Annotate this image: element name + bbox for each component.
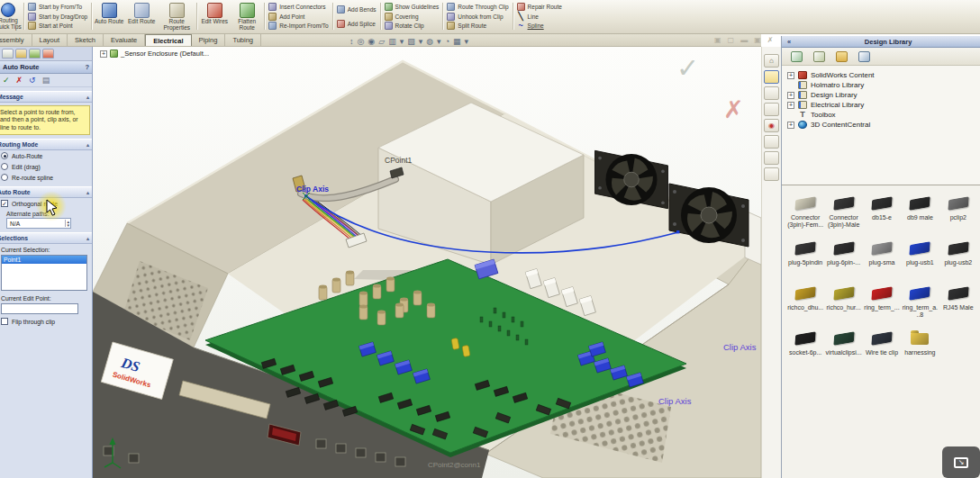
zoom-inout-icon[interactable]: ◉	[368, 37, 375, 47]
design-library-tab-icon[interactable]	[764, 70, 779, 84]
hide-show-items-icon[interactable]: ◍	[426, 37, 433, 47]
start-at-point-button[interactable]: Start at Point	[28, 21, 87, 31]
tree-item-design-library[interactable]: + Design Library	[787, 90, 980, 100]
routing-quick-tips-button[interactable]: Routing Quick Tips	[0, 1, 23, 32]
zoom-fit-icon[interactable]: ↕	[349, 37, 354, 47]
viewport-cancel-icon[interactable]: ✗	[723, 95, 744, 124]
unhook-from-clip-button[interactable]: Unhook from Clip	[447, 12, 508, 22]
route-properties-button[interactable]: Route Properties	[158, 1, 195, 32]
tree-expander-icon[interactable]: +	[787, 92, 794, 99]
window-close-icon[interactable]: ✗	[767, 36, 774, 44]
library-item[interactable]: db15-e	[864, 193, 900, 238]
refresh-icon[interactable]	[858, 51, 870, 62]
start-by-fromto-button[interactable]: Start by From/To	[28, 2, 87, 12]
cancel-button[interactable]: ✗	[16, 76, 23, 85]
routing-mode-section-header[interactable]: Routing Mode ▴	[0, 139, 93, 150]
tree-item-holmatro-library[interactable]: Holmatro Library	[787, 80, 980, 90]
library-item[interactable]: ring_term_a...8	[902, 283, 938, 328]
library-item[interactable]: Wire tie clip	[864, 328, 900, 373]
tab-assembly[interactable]: Assembly	[0, 34, 32, 46]
radio-edit-drag[interactable]: Edit (drag)	[0, 161, 93, 172]
view-palette-tab-icon[interactable]	[764, 103, 779, 116]
library-item[interactable]: socket-6p...	[787, 328, 823, 373]
selections-section-header[interactable]: Selections ▴	[0, 232, 93, 244]
spin-down-icon[interactable]: ▾	[67, 223, 69, 227]
tree-expander-icon[interactable]: +	[787, 122, 794, 129]
alternate-paths-spinner[interactable]: N/A ▴▾	[6, 218, 71, 229]
reimport-fromto-button[interactable]: Re-Import From/To	[268, 21, 329, 31]
tab-layout[interactable]: Layout	[32, 34, 68, 46]
show-guidelines-button[interactable]: Show Guidelines	[385, 2, 440, 12]
featuremanager-tab-icon[interactable]	[2, 49, 14, 59]
ok-button[interactable]: ✓	[3, 76, 10, 85]
help-icon[interactable]: ?	[85, 63, 89, 71]
spline-button[interactable]: ~Spline	[517, 21, 562, 31]
edit-wires-button[interactable]: Edit Wires	[198, 1, 231, 32]
graphics-viewport[interactable]: DS SolidWorks	[93, 47, 761, 478]
library-item[interactable]: virtualclipsi...	[825, 328, 861, 373]
tree-expander-icon[interactable]: +	[100, 50, 107, 58]
current-edit-point-input[interactable]	[1, 303, 78, 314]
add-file-location-icon[interactable]	[813, 51, 825, 62]
add-to-library-icon[interactable]	[791, 51, 803, 62]
undo-button[interactable]: ↺	[29, 76, 36, 85]
add-point-button[interactable]: Add Point	[268, 12, 329, 22]
feature-tree-flyout[interactable]: + _Sensor Enclosure (Default...	[100, 50, 209, 58]
selection-item[interactable]: Point1	[2, 256, 86, 264]
rotate-clip-button[interactable]: Rotate Clip	[385, 21, 440, 31]
library-item[interactable]: plug-6pin-...	[825, 238, 861, 283]
message-section-header[interactable]: Message ▴	[0, 91, 93, 103]
tree-item-solidworks-content[interactable]: + SolidWorks Content	[787, 70, 980, 80]
tree-expander-icon[interactable]: +	[787, 72, 794, 79]
add-splice-button[interactable]: Add Splice	[337, 19, 377, 29]
library-item[interactable]: pclip2	[940, 193, 976, 238]
create-folder-icon[interactable]	[836, 51, 848, 62]
library-item[interactable]: plug-sma	[864, 238, 900, 283]
library-item[interactable]: plug-usb2	[940, 238, 976, 283]
tab-piping[interactable]: Piping	[192, 34, 226, 46]
tab-evaluate[interactable]: Evaluate	[104, 34, 145, 46]
viewport-confirm-icon[interactable]: ✓	[676, 52, 699, 84]
window-cascade-icon[interactable]: ▣	[754, 36, 761, 44]
library-item[interactable]: plug-5pindin	[787, 238, 823, 283]
assembly-name[interactable]: _Sensor Enclosure (Default...	[121, 50, 209, 58]
custom-properties-tab-icon[interactable]	[764, 135, 779, 149]
dropdown-arrow-icon[interactable]: ▾	[465, 37, 469, 47]
dropdown-arrow-icon[interactable]: ▾	[400, 37, 404, 47]
zoom-area-icon[interactable]: ◎	[358, 37, 365, 47]
configurationmanager-tab-icon[interactable]	[29, 49, 41, 59]
3d-scene[interactable]: DS SolidWorks	[93, 47, 761, 478]
appearance-icon[interactable]: ◔	[445, 37, 449, 47]
split-route-button[interactable]: Split Route	[447, 21, 508, 31]
section-view-icon[interactable]: ▱	[378, 37, 385, 47]
library-item[interactable]: db9 male	[902, 193, 938, 238]
window-maximize-icon[interactable]: ▣	[714, 36, 721, 44]
tree-item-toolbox[interactable]: T Toolbox	[787, 110, 980, 120]
spinner-arrows[interactable]: ▴▾	[65, 220, 70, 227]
library-item[interactable]: richco_dhu...	[787, 283, 823, 328]
video-overlay-button[interactable]: ↘	[942, 446, 980, 478]
file-explorer-tab-icon[interactable]	[764, 86, 779, 100]
auto-route-button[interactable]: Auto Route	[93, 1, 125, 32]
document-recovery-tab-icon[interactable]	[764, 151, 779, 165]
flip-through-clip-checkbox[interactable]: Flip through clip	[0, 316, 93, 327]
library-item[interactable]: plug-usb1	[902, 238, 938, 283]
tree-item-3d-contentcentral[interactable]: + 3D ContentCentral	[787, 120, 980, 130]
appearances-tab-icon[interactable]: ◉	[764, 119, 779, 132]
route-through-clip-button[interactable]: Route Through Clip	[447, 2, 508, 12]
current-selection-listbox[interactable]: Point1	[1, 255, 87, 291]
library-item[interactable]: Connector (3pin)-Fem...	[787, 193, 823, 238]
library-item-folder[interactable]: harnessing	[902, 328, 938, 373]
collapse-pane-icon[interactable]: «	[782, 38, 796, 46]
tab-tubing[interactable]: Tubing	[225, 34, 261, 46]
flatten-route-button[interactable]: Flatten Route	[231, 1, 263, 32]
library-item[interactable]: RJ45 Male	[940, 283, 976, 328]
scene-icon[interactable]: ▦	[453, 37, 461, 47]
radio-auto-route[interactable]: Auto-Route	[0, 150, 93, 161]
view-orientation-icon[interactable]: ▥	[388, 37, 396, 47]
tab-sketch[interactable]: Sketch	[68, 34, 104, 46]
window-minimize-icon[interactable]: ▬	[740, 36, 748, 44]
covering-button[interactable]: Covering	[385, 12, 440, 22]
start-by-dragdrop-button[interactable]: Start by Drag/Drop	[28, 12, 87, 22]
extra-tab-icon[interactable]	[764, 167, 779, 181]
